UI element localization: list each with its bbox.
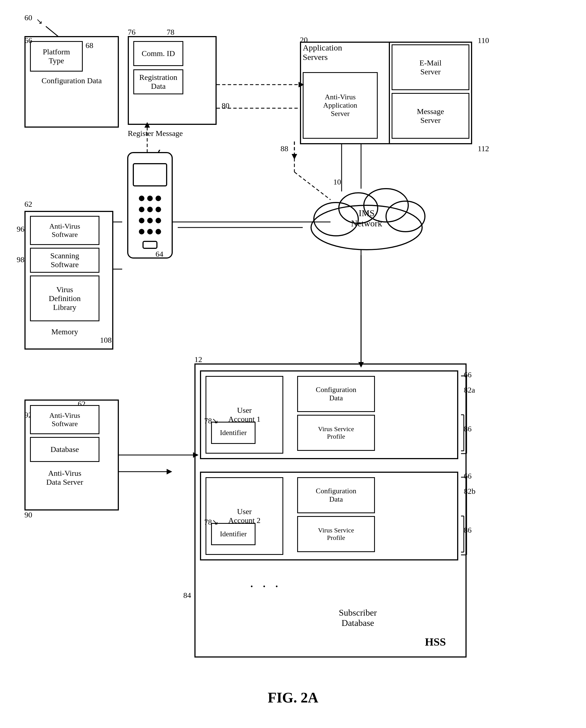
svg-point-30 [148,207,152,212]
register-message-label: Register Message [128,129,183,138]
ref-78a-label: 78 [167,28,174,36]
platform-type-text: Platform Type [43,48,70,65]
hss-label: HSS [425,635,446,648]
figure-label: FIG. 2A [0,690,586,706]
virus-service-profile-1-text: Virus Service Profile [318,425,354,440]
scanning-software-text: Scanning Software [50,251,79,269]
ref-78c-label: 78↘ [204,517,218,526]
ref-86b-label: 86 [464,526,471,535]
database-text: Database [51,445,79,454]
message-server-text: Message Server [417,107,444,125]
memory-label: Memory [30,328,99,336]
ref-68: 68 [86,41,93,50]
anti-virus-app-server-box: Anti-Virus Application Server [303,72,378,139]
ref-76-label: 76 [128,28,136,36]
config-data-1-text: Configuration Data [316,386,356,402]
ref-88-label: 88 [280,144,288,153]
message-server-box: Message Server [392,93,469,139]
config-data-a-text: Configuration Data [30,76,113,85]
svg-point-27 [148,196,152,201]
virus-service-profile-2-text: Virus Service Profile [318,526,354,542]
ref-82a-label: 82a [464,386,475,394]
ref-62a-label: 62 [24,200,32,209]
comm-id-box: Comm. ID [133,41,183,66]
svg-point-35 [140,230,144,234]
anti-virus-software-b-box: Anti-Virus Software [30,405,99,434]
ref-12-label: 12 [194,355,202,364]
svg-point-26 [140,196,144,201]
svg-marker-12 [167,469,172,474]
svg-rect-38 [143,241,157,248]
identifier-1-text: Identifier [220,428,247,437]
virus-def-library-box: Virus Definition Library [30,276,99,321]
ref-108-label: 108 [100,336,112,344]
ref-66a-label: 66 [24,36,32,45]
app-servers-title: Application Servers [303,43,381,62]
phone-device [119,150,180,272]
subscriber-database-label: Subscriber Database [339,607,377,628]
svg-point-32 [140,218,144,223]
ref-66c-label: 66 [464,472,471,480]
identifier-2-text: Identifier [220,530,247,538]
ref-78b-label: 78↘ [204,416,218,425]
config-data-2-text: Configuration Data [316,487,356,503]
config-data-2-box: Configuration Data [297,477,375,513]
dots-more-accounts: . . . [250,574,281,590]
virus-service-profile-2-box: Virus Service Profile [297,516,375,552]
ref-112-label: 112 [478,144,489,153]
ref-82b-label: 82b [464,487,475,496]
platform-type-box: Platform Type [30,41,83,72]
svg-point-28 [156,196,161,201]
svg-rect-23 [128,153,172,258]
anti-virus-software-a-box: Anti-Virus Software [30,216,99,245]
anti-virus-app-server-text: Anti-Virus Application Server [323,93,358,118]
ref-84-label: 84 [183,591,191,600]
comm-id-text: Comm. ID [142,49,175,58]
email-server-box: E-Mail Server [392,44,469,90]
anti-virus-data-server-label: Anti-Virus Data Server [30,469,99,487]
anti-virus-software-b-text: Anti-Virus Software [49,412,80,428]
svg-marker-14 [292,154,297,159]
user-account-1-text: User Account 1 [228,406,261,424]
email-server-text: E-Mail Server [419,58,441,76]
registration-data-box: Registration Data [133,69,183,94]
svg-point-34 [156,218,161,223]
svg-point-36 [148,230,152,234]
anti-virus-software-a-text: Anti-Virus Software [49,222,80,239]
user-account-2-text: User Account 2 [228,507,261,525]
registration-data-text: Registration Data [140,73,177,91]
ims-network-text: IMS Network [331,208,403,229]
ref-60-label: 60 [24,13,32,22]
config-data-1-box: Configuration Data [297,376,375,412]
svg-point-31 [156,207,161,212]
ref-110-label: 110 [478,36,489,45]
ref-96-label: 96 [17,225,24,234]
virus-def-library-text: Virus Definition Library [49,285,80,312]
ref-86a-label: 86 [464,424,471,433]
svg-point-37 [156,230,161,234]
svg-point-33 [148,218,152,223]
ref-80-label: 80 [222,101,229,110]
ref-66b-label: 66 [464,370,471,379]
svg-rect-25 [133,164,167,186]
svg-point-29 [140,207,144,212]
database-box: Database [30,437,99,462]
scanning-software-box: Scanning Software [30,248,99,273]
ref-90-label: 90 [24,511,32,519]
ref-98-label: 98 [17,255,24,264]
virus-service-profile-1-box: Virus Service Profile [297,415,375,451]
